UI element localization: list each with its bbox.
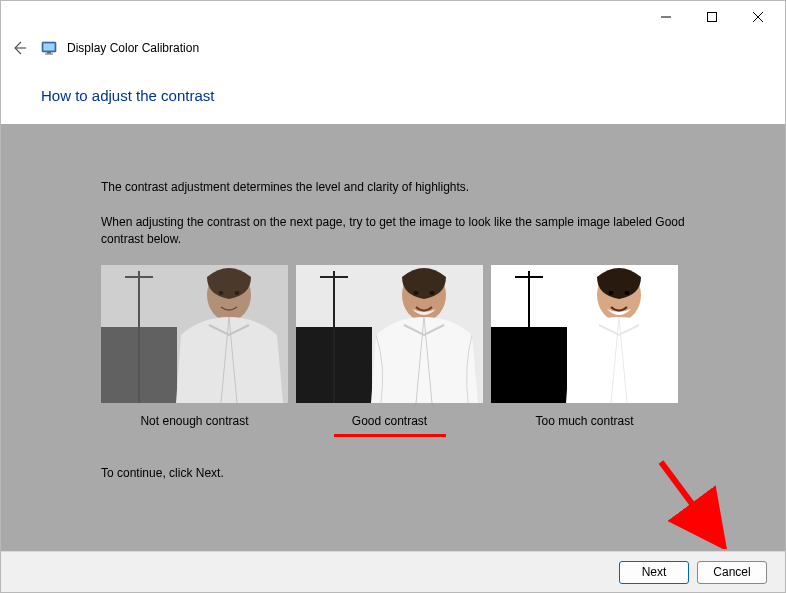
back-button[interactable]	[7, 36, 31, 60]
minimize-button[interactable]	[643, 2, 689, 32]
sample-images-row: Not enough contrast	[101, 265, 685, 437]
sample-image-good	[296, 265, 483, 403]
svg-point-16	[235, 291, 240, 295]
svg-point-15	[219, 291, 224, 295]
header-bar: Display Color Calibration	[1, 32, 785, 64]
page-heading: How to adjust the contrast	[1, 64, 785, 124]
intro-paragraph-1: The contrast adjustment determines the l…	[101, 179, 685, 196]
sample-good-contrast: Good contrast	[296, 265, 483, 437]
svg-rect-8	[45, 54, 53, 55]
sample-image-low	[101, 265, 288, 403]
caption-high: Too much contrast	[535, 413, 633, 430]
window-titlebar	[1, 1, 785, 32]
svg-rect-17	[296, 265, 483, 327]
svg-point-24	[430, 291, 435, 295]
caption-low: Not enough contrast	[140, 413, 248, 430]
sample-image-high	[491, 265, 678, 403]
svg-rect-7	[47, 52, 51, 54]
svg-rect-6	[44, 44, 55, 51]
close-button[interactable]	[735, 2, 781, 32]
next-button[interactable]: Next	[619, 561, 689, 584]
svg-rect-1	[708, 12, 717, 21]
maximize-button[interactable]	[689, 2, 735, 32]
svg-point-23	[414, 291, 419, 295]
good-underline-highlight	[334, 434, 446, 437]
caption-good: Good contrast	[352, 413, 427, 430]
svg-rect-9	[101, 265, 288, 327]
svg-rect-25	[491, 265, 678, 327]
intro-paragraph-2: When adjusting the contrast on the next …	[101, 214, 685, 248]
sample-high-contrast: Too much contrast	[491, 265, 678, 437]
svg-point-31	[609, 291, 614, 295]
app-icon	[41, 40, 57, 56]
cancel-button[interactable]: Cancel	[697, 561, 767, 584]
content-area: The contrast adjustment determines the l…	[1, 124, 785, 592]
continue-instruction: To continue, click Next.	[101, 465, 685, 482]
sample-low-contrast: Not enough contrast	[101, 265, 288, 437]
footer-bar: Next Cancel	[1, 551, 785, 592]
app-title: Display Color Calibration	[67, 41, 199, 55]
svg-point-32	[625, 291, 630, 295]
